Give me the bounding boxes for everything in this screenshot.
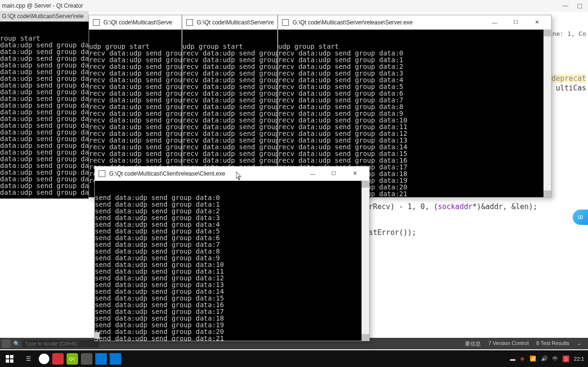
terminal-cursor bbox=[95, 332, 100, 339]
svg-rect-1 bbox=[10, 355, 13, 358]
window-controls: — ☐ ✕ bbox=[302, 167, 365, 180]
close-button[interactable]: ✕ bbox=[344, 167, 365, 180]
maximize-button[interactable]: ☐ bbox=[323, 167, 344, 180]
console-titlebar[interactable]: G:\Qt code\Multicast\Server\release\Serv… bbox=[278, 15, 551, 30]
taskbar-app-console[interactable] bbox=[110, 353, 121, 365]
chevron-icon[interactable]: ⌄ bbox=[577, 340, 581, 347]
console-titlebar[interactable]: G:\Qt code\Multicast\Serve bbox=[89, 15, 181, 30]
console-app-icon bbox=[99, 170, 105, 177]
start-button[interactable] bbox=[0, 350, 19, 367]
scroll-down-button[interactable] bbox=[543, 190, 551, 197]
console-app-icon bbox=[93, 19, 100, 26]
scroll-down-button[interactable] bbox=[362, 334, 369, 341]
console-app-icon bbox=[186, 19, 193, 26]
console-body[interactable]: roup start data:udp send group data:0 da… bbox=[0, 22, 89, 199]
console-text: roup start data:udp send group data:0 da… bbox=[0, 35, 89, 196]
taskbar-app[interactable] bbox=[81, 353, 92, 365]
minimize-button[interactable]: — bbox=[302, 167, 323, 180]
qtcreator-window-controls: — ▢ bbox=[563, 2, 586, 9]
console-app-icon bbox=[282, 19, 289, 26]
code-line: rRecv) - 1, 0, (sockaddr*)&addr, &len); bbox=[369, 202, 537, 211]
console-window-client: G:\Qt code\Multicast\Client\release\Clie… bbox=[94, 166, 370, 341]
tray-icon[interactable]: ▬ bbox=[510, 356, 515, 362]
task-view-button[interactable]: ☰ bbox=[21, 352, 36, 366]
wifi-icon[interactable]: 📶 bbox=[530, 356, 536, 362]
console-title: G:\Qt code\Multicast\Serve bbox=[103, 19, 172, 26]
ime-indicator[interactable]: 中 bbox=[553, 355, 558, 362]
qt-path-bar[interactable]: G:\Qt code\Multicast\Server\rele bbox=[0, 11, 89, 22]
taskbar-app-chrome[interactable] bbox=[39, 354, 49, 364]
taskbar-app-console[interactable] bbox=[95, 353, 107, 365]
console-body[interactable]: send data:udp send group data:0 send dat… bbox=[95, 181, 369, 341]
minimize-button[interactable]: — bbox=[484, 16, 505, 29]
tray-icon[interactable]: S bbox=[563, 356, 569, 362]
code-warn: deprecat bbox=[552, 74, 586, 83]
path-text: G:\Qt code\Multicast\Server\rele bbox=[2, 13, 84, 20]
console-titlebar[interactable]: G:\Qt code\Multicast\Server\re bbox=[182, 15, 277, 30]
recording-time: 00 bbox=[577, 215, 583, 220]
taskbar-app-qtcreator[interactable]: QC bbox=[67, 353, 78, 365]
scroll-up-button[interactable] bbox=[543, 30, 551, 36]
maximize-button[interactable]: ▢ bbox=[577, 2, 582, 9]
scrollbar-track[interactable] bbox=[543, 30, 551, 197]
window-controls: — ☐ ✕ bbox=[484, 16, 547, 29]
locator-icon[interactable] bbox=[2, 339, 11, 348]
tray-icon[interactable]: ◉ bbox=[520, 356, 525, 362]
locator-input[interactable] bbox=[22, 340, 99, 347]
clock[interactable]: 22:1 bbox=[574, 356, 584, 362]
minimize-button[interactable]: — bbox=[563, 2, 568, 9]
console-window-server-1: roup start data:udp send group data:0 da… bbox=[0, 22, 89, 199]
scrollbar-track[interactable] bbox=[362, 181, 369, 341]
qtcreator-title: main.cpp @ Server - Qt Creator bbox=[2, 2, 83, 9]
code-line: stError()); bbox=[369, 228, 416, 237]
scroll-up-button[interactable] bbox=[362, 181, 369, 188]
search-icon: 🔍 bbox=[13, 341, 20, 347]
qtcreator-titlebar[interactable]: main.cpp @ Server - Qt Creator — ▢ bbox=[0, 0, 588, 11]
svg-rect-2 bbox=[6, 359, 9, 363]
windows-logo-icon bbox=[6, 355, 13, 363]
svg-rect-3 bbox=[10, 359, 13, 363]
taskbar: ☰ QC ▬ ◉ 📶 🔊 中 S 22:1 bbox=[0, 350, 588, 367]
status-item[interactable]: 要信息 bbox=[465, 340, 481, 347]
status-item[interactable]: 8 Test Results bbox=[536, 340, 569, 347]
taskbar-app[interactable] bbox=[52, 353, 64, 365]
svg-rect-0 bbox=[6, 355, 9, 358]
console-text: send data:udp send group data:0 send dat… bbox=[95, 194, 369, 341]
code-line: ultiCas bbox=[556, 84, 586, 92]
close-button[interactable]: ✕ bbox=[526, 16, 547, 29]
volume-icon[interactable]: 🔊 bbox=[541, 356, 548, 362]
console-text: udp group start recv data:udp send group… bbox=[89, 43, 181, 184]
recording-badge[interactable]: 00 bbox=[573, 210, 588, 225]
console-title: G:\Qt code\Multicast\Server\release\Serv… bbox=[293, 19, 413, 26]
console-titlebar[interactable]: G:\Qt code\Multicast\Client\release\Clie… bbox=[95, 167, 369, 181]
system-tray: ▬ ◉ 📶 🔊 中 S 22:1 bbox=[510, 355, 588, 362]
console-title: G:\Qt code\Multicast\Server\re bbox=[197, 19, 273, 26]
console-text: udp group start recv data:udp send group… bbox=[182, 43, 277, 184]
status-item[interactable]: 7 Version Control bbox=[488, 340, 529, 347]
console-title: G:\Qt code\Multicast\Client\release\Clie… bbox=[109, 170, 225, 177]
maximize-button[interactable]: ☐ bbox=[505, 16, 526, 29]
